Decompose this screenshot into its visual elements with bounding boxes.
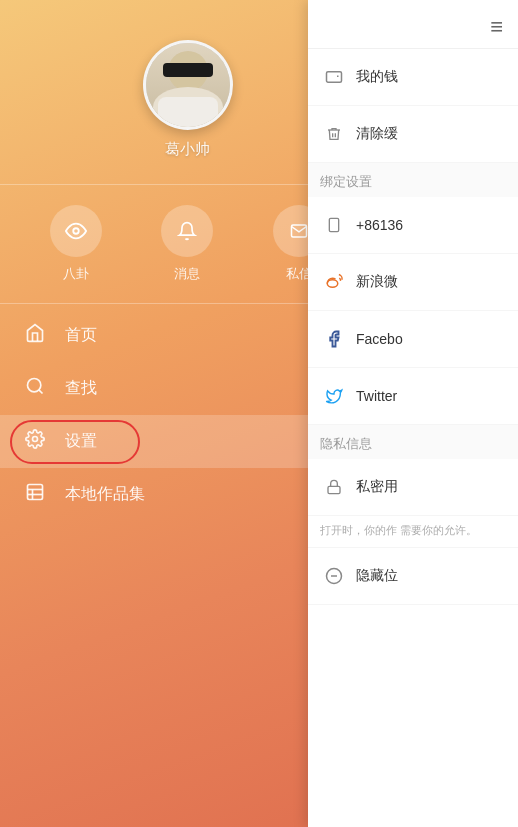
privacy-desc-text: 打开时，你的作 需要你的允许。 — [320, 524, 477, 536]
cache-label: 清除缓 — [356, 125, 398, 143]
privacy-section-header: 隐私信息 — [308, 425, 518, 459]
wallet-label: 我的钱 — [356, 68, 398, 86]
gossip-label: 八卦 — [63, 265, 89, 283]
menu-phone[interactable]: +86136 — [308, 197, 518, 254]
wallet-icon — [320, 63, 348, 91]
gossip-circle — [50, 205, 102, 257]
lock-icon — [320, 473, 348, 501]
weibo-icon — [320, 268, 348, 296]
hidden-label: 隐藏位 — [356, 567, 398, 585]
bind-section-header: 绑定设置 — [308, 163, 518, 197]
menu-weibo[interactable]: 新浪微 — [308, 254, 518, 311]
svg-rect-4 — [28, 485, 43, 500]
local-icon — [25, 482, 53, 507]
settings-icon — [25, 429, 53, 454]
facebook-icon — [320, 325, 348, 353]
right-header: ≡ — [308, 0, 518, 49]
svg-point-0 — [73, 228, 79, 234]
eye-icon — [65, 220, 87, 242]
avatar-glasses — [163, 63, 213, 77]
home-icon — [25, 323, 53, 348]
private-user-label: 私密用 — [356, 478, 398, 496]
svg-point-11 — [327, 280, 338, 288]
minus-circle-icon — [320, 562, 348, 590]
nav-settings-label: 设置 — [65, 431, 97, 452]
svg-point-3 — [33, 437, 38, 442]
mail-icon — [288, 222, 310, 240]
trash-icon — [320, 120, 348, 148]
action-message[interactable]: 消息 — [161, 205, 213, 283]
phone-icon — [320, 211, 348, 239]
bind-section-title: 绑定设置 — [320, 174, 372, 189]
svg-point-1 — [28, 379, 41, 392]
menu-wallet[interactable]: 我的钱 — [308, 49, 518, 106]
privacy-description: 打开时，你的作 需要你的允许。 — [308, 516, 518, 548]
action-gossip[interactable]: 八卦 — [50, 205, 102, 283]
right-panel: ≡ 我的钱 清除缓 绑定设置 — [308, 0, 518, 827]
nav-local-label: 本地作品集 — [65, 484, 145, 505]
avatar-shirt — [158, 97, 218, 127]
phone-label: +86136 — [356, 217, 403, 233]
facebook-label: Facebo — [356, 331, 403, 347]
search-icon — [25, 376, 53, 401]
hamburger-icon[interactable]: ≡ — [490, 16, 503, 38]
menu-cache[interactable]: 清除缓 — [308, 106, 518, 163]
menu-hidden[interactable]: 隐藏位 — [308, 548, 518, 605]
twitter-label: Twitter — [356, 388, 397, 404]
svg-line-2 — [39, 390, 43, 394]
svg-rect-9 — [329, 218, 338, 231]
menu-private-user[interactable]: 私密用 — [308, 459, 518, 516]
svg-rect-8 — [327, 72, 342, 83]
nav-search-label: 查找 — [65, 378, 97, 399]
privacy-section-title: 隐私信息 — [320, 436, 372, 451]
weibo-label: 新浪微 — [356, 273, 398, 291]
nav-home-label: 首页 — [65, 325, 97, 346]
menu-facebook[interactable]: Facebo — [308, 311, 518, 368]
avatar[interactable] — [143, 40, 233, 130]
twitter-icon — [320, 382, 348, 410]
avatar-image — [146, 43, 230, 127]
svg-rect-12 — [328, 486, 340, 493]
username[interactable]: 葛小帅 — [165, 140, 210, 159]
bell-icon — [177, 220, 197, 242]
message-circle — [161, 205, 213, 257]
message-label: 消息 — [174, 265, 200, 283]
menu-twitter[interactable]: Twitter — [308, 368, 518, 425]
